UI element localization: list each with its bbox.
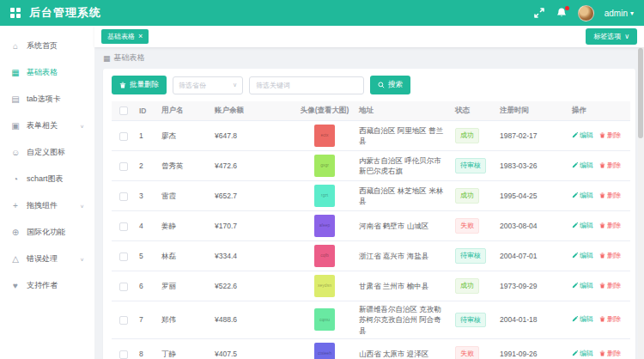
delete-button[interactable]: 删除 bbox=[599, 221, 621, 231]
sidebar-item-label: 拖拽组件 bbox=[27, 200, 80, 211]
data-table: ID用户名账户余额头像(查看大图)地址状态注册时间操作 1 廖杰 ¥647.8 … bbox=[112, 101, 630, 359]
delete-button[interactable]: 删除 bbox=[599, 161, 621, 171]
select-all-checkbox[interactable] bbox=[119, 106, 128, 115]
sidebar-item-国际化功能[interactable]: ⊕ 国际化功能 ∨ bbox=[0, 219, 94, 246]
trash-icon bbox=[599, 132, 605, 138]
row-checkbox[interactable] bbox=[119, 162, 128, 171]
cell-balance: ¥488.6 bbox=[211, 301, 294, 339]
user-avatar-thumbnail[interactable]: ectx bbox=[314, 125, 335, 147]
sidebar-item-拖拽组件[interactable]: + 拖拽组件 ∨ bbox=[0, 192, 94, 219]
status-badge: 成功 bbox=[455, 188, 479, 204]
edit-button[interactable]: 编辑 bbox=[572, 281, 593, 291]
edit-button[interactable]: 编辑 bbox=[572, 221, 593, 231]
close-icon[interactable]: × bbox=[138, 33, 143, 40]
row-checkbox[interactable] bbox=[119, 132, 128, 141]
row-checkbox[interactable] bbox=[119, 192, 128, 201]
search-button[interactable]: 搜索 bbox=[370, 76, 410, 94]
cell-id: 3 bbox=[136, 181, 158, 211]
edit-pencil-icon bbox=[572, 192, 578, 198]
delete-button[interactable]: 删除 bbox=[599, 251, 621, 261]
tab-basic-table[interactable]: 基础表格 × bbox=[101, 29, 149, 44]
sidebar-item-自定义图标[interactable]: ☺ 自定义图标 ∨ bbox=[0, 139, 94, 166]
app-title: 后台管理系统 bbox=[29, 5, 101, 21]
user-name-label: admin bbox=[605, 9, 628, 18]
app-logo-icon bbox=[10, 8, 21, 18]
sidebar-item-表单相关[interactable]: ▣ 表单相关 ∨ bbox=[0, 113, 94, 139]
tag-options-button[interactable]: 标签选项 ∨ bbox=[586, 28, 637, 45]
row-checkbox[interactable] bbox=[119, 283, 128, 291]
cell-register-date: 1991-09-26 bbox=[496, 338, 568, 359]
user-avatar[interactable] bbox=[578, 5, 594, 21]
delete-button[interactable]: 删除 bbox=[599, 314, 621, 325]
user-avatar-thumbnail[interactable]: rgzt bbox=[314, 185, 335, 207]
trash-icon bbox=[599, 253, 605, 259]
cell-balance: ¥334.4 bbox=[211, 241, 294, 271]
batch-delete-label: 批量删除 bbox=[130, 80, 159, 90]
cell-id: 2 bbox=[136, 151, 158, 181]
delete-button[interactable]: 删除 bbox=[599, 131, 621, 141]
cell-id: 7 bbox=[136, 301, 158, 339]
province-select[interactable]: 筛选省份 ∨ bbox=[173, 76, 243, 94]
user-avatar-thumbnail[interactable]: ctsieeh bbox=[314, 343, 335, 359]
table-row: 6 罗丽 ¥522.6 xeydsn 甘肃省 兰州市 榆中县 成功 1973-0… bbox=[112, 271, 630, 301]
cell-address: 河南省 鹤壁市 山城区 bbox=[355, 211, 452, 241]
chevron-down-icon: ∨ bbox=[80, 123, 84, 128]
edit-button[interactable]: 编辑 bbox=[572, 191, 593, 201]
sidebar-item-错误处理[interactable]: △ 错误处理 ∨ bbox=[0, 246, 94, 272]
tab-bar: 基础表格 × 标签选项 ∨ bbox=[94, 26, 644, 47]
edit-button[interactable]: 编辑 bbox=[572, 161, 593, 171]
column-header: 注册时间 bbox=[496, 101, 568, 121]
row-checkbox[interactable] bbox=[119, 350, 128, 359]
cell-register-date: 2004-01-18 bbox=[496, 301, 568, 339]
status-badge: 失败 bbox=[455, 346, 479, 359]
edit-button[interactable]: 编辑 bbox=[572, 131, 593, 141]
edit-button[interactable]: 编辑 bbox=[572, 314, 593, 325]
chevron-down-icon: ∨ bbox=[80, 256, 84, 261]
row-checkbox[interactable] bbox=[119, 316, 128, 325]
sidebar-item-支持作者[interactable]: ♥ 支持作者 ∨ bbox=[0, 272, 94, 299]
batch-delete-button[interactable]: 批量删除 bbox=[112, 76, 167, 94]
cell-balance: ¥652.7 bbox=[211, 181, 294, 211]
cell-address: 内蒙古自治区 呼伦贝尔市 新巴尔虎右旗 bbox=[355, 151, 452, 181]
table-icon: ▦ bbox=[103, 54, 111, 63]
smiley-icon: ☺ bbox=[10, 148, 21, 157]
scrollbar-track[interactable] bbox=[638, 26, 643, 359]
bell-icon[interactable] bbox=[556, 7, 568, 19]
cell-balance: ¥647.8 bbox=[211, 121, 294, 151]
table-header-row: ID用户名账户余额头像(查看大图)地址状态注册时间操作 bbox=[112, 101, 630, 121]
user-avatar-thumbnail[interactable]: cqfb bbox=[314, 245, 335, 267]
edit-button[interactable]: 编辑 bbox=[572, 349, 593, 359]
row-checkbox[interactable] bbox=[119, 222, 128, 231]
edit-pencil-icon bbox=[572, 162, 578, 168]
edit-button[interactable]: 编辑 bbox=[572, 251, 593, 261]
toolbar: 批量删除 筛选省份 ∨ 搜索 bbox=[112, 76, 627, 94]
row-checkbox[interactable] bbox=[119, 253, 128, 261]
scrollbar-thumb[interactable] bbox=[638, 48, 643, 138]
trash-icon bbox=[599, 222, 605, 228]
cell-address: 新疆维吾尔自治区 克孜勒苏柯尔克孜自治州 阿合奇县 bbox=[355, 301, 452, 339]
cell-register-date: 1987-02-17 bbox=[496, 121, 568, 151]
sidebar-item-系统首页[interactable]: ⌂ 系统首页 ∨ bbox=[0, 33, 94, 59]
delete-button[interactable]: 删除 bbox=[599, 349, 621, 359]
user-avatar-thumbnail[interactable]: afeep bbox=[314, 215, 335, 237]
user-avatar-thumbnail[interactable]: xeydsn bbox=[314, 275, 335, 297]
user-avatar-thumbnail[interactable]: cqmu bbox=[314, 308, 335, 331]
sidebar-item-基础表格[interactable]: ▦ 基础表格 ∨ bbox=[0, 59, 94, 86]
cell-id: 6 bbox=[136, 271, 158, 301]
keyword-input[interactable] bbox=[249, 76, 364, 94]
delete-button[interactable]: 删除 bbox=[599, 191, 621, 201]
cell-balance: ¥472.6 bbox=[211, 151, 294, 181]
table-row: 8 丁静 ¥407.5 ctsieeh 山西省 太原市 迎泽区 失败 1991-… bbox=[112, 338, 630, 359]
cell-balance: ¥522.6 bbox=[211, 271, 294, 301]
user-menu[interactable]: admin ▾ bbox=[605, 9, 634, 18]
fullscreen-icon[interactable] bbox=[533, 7, 545, 19]
edit-pencil-icon bbox=[572, 253, 578, 259]
delete-button[interactable]: 删除 bbox=[599, 281, 621, 291]
sidebar-item-label: 国际化功能 bbox=[27, 227, 80, 238]
chart-icon: ◔ bbox=[10, 174, 21, 184]
sidebar-item-schart图表[interactable]: ◔ schart图表 ∨ bbox=[0, 166, 94, 192]
user-avatar-thumbnail[interactable]: gxgr bbox=[314, 155, 335, 177]
edit-pencil-icon bbox=[572, 283, 578, 289]
table-row: 7 郑伟 ¥488.6 cqmu 新疆维吾尔自治区 克孜勒苏柯尔克孜自治州 阿合… bbox=[112, 301, 630, 339]
sidebar-item-tab选项卡[interactable]: ▤ tab选项卡 ∨ bbox=[0, 86, 94, 113]
